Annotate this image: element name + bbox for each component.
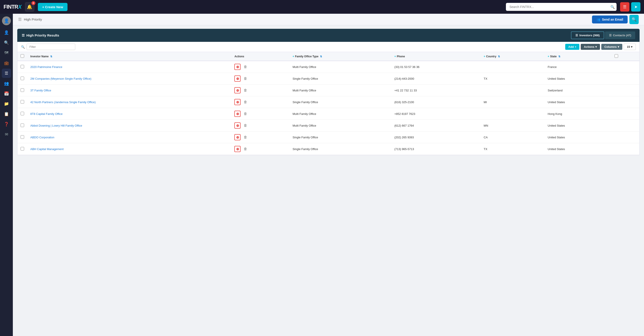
tab-investors[interactable]: ☰ Investors (368) xyxy=(571,32,604,39)
sidebar-item-list[interactable]: ☰ xyxy=(2,68,11,78)
row-checkbox[interactable] xyxy=(20,124,24,127)
add-investor-button[interactable]: ⊕ xyxy=(234,64,240,70)
country-cell: TX xyxy=(481,143,545,155)
row-end-cell xyxy=(612,143,639,155)
actions-cell: ⊕ 🗑 xyxy=(231,96,290,108)
share-icon-button[interactable]: ➤ xyxy=(631,2,640,12)
country-cell xyxy=(481,61,545,73)
state-cell: United States xyxy=(545,73,612,84)
sidebar-item-search[interactable]: 🔍 xyxy=(2,38,11,47)
breadcrumb: ☰ High Priority xyxy=(18,17,42,22)
delete-investor-button[interactable]: 🗑 xyxy=(242,122,248,128)
investor-name-link[interactable]: 2020 Patrimoine Finance xyxy=(30,65,62,68)
investor-name-link[interactable]: 2M Companies (Meyerson Single Family Off… xyxy=(30,77,92,80)
sidebar-item-calendar[interactable]: 📅 xyxy=(2,89,11,98)
delete-investor-button[interactable]: 🗑 xyxy=(242,64,248,70)
header-checkbox-right[interactable] xyxy=(614,54,618,58)
country-cell xyxy=(481,84,545,96)
family-office-type-cell: Single Family Office xyxy=(290,96,391,108)
add-investor-button[interactable]: ⊕ xyxy=(234,111,240,117)
create-new-button[interactable]: + Create New xyxy=(38,3,68,11)
add-investor-button[interactable]: ⊕ xyxy=(234,134,240,140)
results-title-icon: ☰ xyxy=(22,34,24,38)
col-actions: Actions xyxy=(231,52,290,61)
actions-button[interactable]: Actions ▾ xyxy=(581,44,600,50)
investor-name-link[interactable]: ABDO Corporation xyxy=(30,136,54,139)
col-phone: +Phone xyxy=(391,52,481,61)
family-office-type-cell: Multi Family Office xyxy=(290,61,391,73)
state-cell: United States xyxy=(545,96,612,108)
delete-investor-button[interactable]: 🗑 xyxy=(242,99,248,105)
family-office-type-cell: Single Family Office xyxy=(290,73,391,84)
breadcrumb-search-button[interactable]: 🔍 xyxy=(630,15,639,24)
row-checkbox-cell xyxy=(18,73,27,84)
columns-button[interactable]: Columns ▾ xyxy=(601,44,622,50)
table-row: 2M Companies (Meyerson Single Family Off… xyxy=(18,73,639,84)
col-family-office-type: +Family Office Type ⇅ xyxy=(290,52,391,61)
main-content: ☰ High Priority 👥 Send an Email 🔍 ☰ High… xyxy=(13,14,644,336)
sort-icon-investor-name[interactable]: ⇅ xyxy=(50,55,52,58)
investor-name-link[interactable]: 8T8 Capital Family Office xyxy=(30,112,63,116)
results-title: ☰ High Priority Results xyxy=(22,34,59,38)
row-checkbox-cell xyxy=(18,84,27,96)
filter-input[interactable] xyxy=(26,44,75,50)
delete-investor-button[interactable]: 🗑 xyxy=(242,134,248,140)
sort-icon-state[interactable]: ⇅ xyxy=(558,55,560,58)
investor-name-cell: 2M Companies (Meyerson Single Family Off… xyxy=(27,73,231,84)
search-submit-button[interactable]: 🔍 xyxy=(610,5,615,9)
row-checkbox[interactable] xyxy=(20,147,24,150)
sidebar-item-profile[interactable]: 👤 xyxy=(2,28,11,37)
menu-icon-button[interactable]: ☰ xyxy=(620,2,630,12)
delete-investor-button[interactable]: 🗑 xyxy=(242,87,248,94)
add-button[interactable]: Add + xyxy=(565,44,580,50)
add-investor-button[interactable]: ⊕ xyxy=(234,87,240,94)
sort-icon-country[interactable]: ⇅ xyxy=(498,55,500,58)
family-office-type-cell: Multi Family Office xyxy=(290,120,391,132)
row-checkbox[interactable] xyxy=(20,88,24,92)
sidebar-item-group[interactable]: 👥 xyxy=(2,79,11,88)
sidebar-item-briefcase[interactable]: 💼 xyxy=(2,58,11,68)
delete-investor-button[interactable]: 🗑 xyxy=(242,146,248,152)
row-checkbox[interactable] xyxy=(20,76,24,80)
sidebar-item-email[interactable]: ✉ xyxy=(2,130,11,139)
row-checkbox[interactable] xyxy=(20,65,24,68)
country-cell: CA xyxy=(481,132,545,143)
family-office-type-cell: Single Family Office xyxy=(290,132,391,143)
row-checkbox-cell xyxy=(18,132,27,143)
state-cell: France xyxy=(545,61,612,73)
add-investor-button[interactable]: ⊕ xyxy=(234,146,240,152)
country-cell: TX xyxy=(481,73,545,84)
row-checkbox[interactable] xyxy=(20,112,24,115)
add-investor-button[interactable]: ⊕ xyxy=(234,76,240,82)
tab-contacts[interactable]: ☰ Contacts (47) xyxy=(605,32,635,39)
investor-name-link[interactable]: ABH Capital Management xyxy=(30,148,64,151)
table-toolbar: 🔍 Add + Actions ▾ Columns ▾ 15 ▾ xyxy=(17,42,640,52)
count-button[interactable]: 15 ▾ xyxy=(624,44,636,50)
sort-icon-family-office[interactable]: ⇅ xyxy=(320,55,322,58)
actions-chevron-icon: ▾ xyxy=(595,45,597,48)
investor-name-cell: 2020 Patrimoine Finance xyxy=(27,61,231,73)
delete-investor-button[interactable]: 🗑 xyxy=(242,76,248,82)
search-input[interactable] xyxy=(506,3,616,11)
delete-investor-button[interactable]: 🗑 xyxy=(242,111,248,117)
investor-name-link[interactable]: 42 North Partners (Jandernoa Single Fami… xyxy=(30,100,96,104)
add-investor-button[interactable]: ⊕ xyxy=(234,99,240,105)
family-office-type-cell: Multi Family Office xyxy=(290,84,391,96)
send-email-label: Send an Email xyxy=(602,18,623,21)
row-checkbox[interactable] xyxy=(20,100,24,104)
investor-name-link[interactable]: 3T Family Office xyxy=(30,89,51,92)
notification-button[interactable]: 🔔 0 xyxy=(25,2,34,12)
send-email-button[interactable]: 👥 Send an Email xyxy=(592,16,628,24)
sidebar-item-folder[interactable]: 📁 xyxy=(2,99,11,108)
avatar[interactable]: 👤 xyxy=(2,16,11,25)
sidebar-item-help[interactable]: ❓ xyxy=(2,120,11,129)
add-investor-button[interactable]: ⊕ xyxy=(234,122,240,128)
filter-box: 🔍 xyxy=(21,44,75,50)
investor-name-link[interactable]: Abbot Downing | Lowry Hill Family Office xyxy=(30,124,82,127)
row-checkbox[interactable] xyxy=(20,135,24,139)
sidebar-item-document[interactable]: 📋 xyxy=(2,109,11,119)
sidebar-item-map[interactable]: 🗺 xyxy=(2,48,11,58)
select-all-checkbox[interactable] xyxy=(20,54,24,58)
columns-chevron-icon: ▾ xyxy=(618,45,619,48)
investor-name-cell: ABH Capital Management xyxy=(27,143,231,155)
